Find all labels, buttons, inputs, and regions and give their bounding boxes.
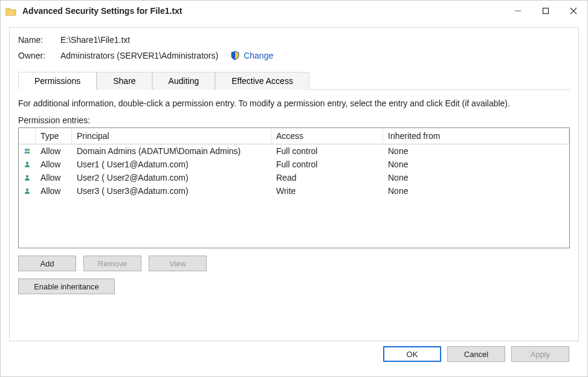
svg-point-7 bbox=[26, 175, 28, 178]
cell-access: Full control bbox=[271, 160, 383, 169]
content-area: Name: E:\Share1\File1.txt Owner: Adminis… bbox=[1, 21, 587, 376]
view-button[interactable]: View bbox=[149, 256, 207, 271]
name-row: Name: E:\Share1\File1.txt bbox=[18, 35, 570, 45]
entries-label: Permission entries: bbox=[18, 115, 570, 125]
svg-point-8 bbox=[26, 188, 28, 191]
permission-grid[interactable]: Type Principal Access Inherited from All… bbox=[18, 127, 570, 248]
titlebar: Advanced Security Settings for File1.txt bbox=[1, 1, 587, 21]
cell-type: Allow bbox=[36, 146, 72, 156]
add-button[interactable]: Add bbox=[18, 256, 76, 271]
svg-point-5 bbox=[27, 149, 30, 151]
cell-inherited: None bbox=[383, 146, 569, 156]
table-row[interactable]: AllowUser1 ( User1@Adatum.com)Full contr… bbox=[19, 158, 569, 171]
folder-icon bbox=[5, 7, 16, 16]
svg-rect-1 bbox=[543, 8, 549, 14]
name-value: E:\Share1\File1.txt bbox=[60, 35, 130, 45]
ok-button[interactable]: OK bbox=[383, 346, 441, 362]
cell-principal: User2 ( User2@Adatum.com) bbox=[72, 173, 271, 182]
window: Advanced Security Settings for File1.txt… bbox=[0, 0, 588, 377]
enable-inheritance-button[interactable]: Enable inheritance bbox=[18, 279, 115, 294]
close-button[interactable] bbox=[560, 1, 587, 21]
apply-button[interactable]: Apply bbox=[511, 346, 569, 362]
svg-point-4 bbox=[25, 149, 27, 151]
name-label: Name: bbox=[18, 35, 60, 45]
change-owner-link[interactable]: Change bbox=[230, 51, 273, 60]
grid-body: AllowDomain Admins (ADATUM\Domain Admins… bbox=[19, 144, 569, 198]
table-row[interactable]: AllowUser2 ( User2@Adatum.com)ReadNone bbox=[19, 171, 569, 184]
user-icon bbox=[19, 186, 36, 196]
col-access[interactable]: Access bbox=[271, 128, 383, 144]
cell-type: Allow bbox=[36, 173, 72, 182]
remove-button[interactable]: Remove bbox=[83, 256, 141, 271]
cell-inherited: None bbox=[383, 173, 569, 182]
col-icon[interactable] bbox=[19, 128, 36, 144]
owner-row: Owner: Administrators (SERVER1\Administr… bbox=[18, 51, 570, 60]
table-row[interactable]: AllowDomain Admins (ADATUM\Domain Admins… bbox=[19, 144, 569, 158]
shield-icon bbox=[230, 51, 240, 60]
cell-type: Allow bbox=[36, 186, 72, 196]
maximize-button[interactable] bbox=[532, 1, 560, 21]
cell-access: Read bbox=[271, 173, 383, 182]
cell-inherited: None bbox=[383, 186, 569, 196]
window-title: Advanced Security Settings for File1.txt bbox=[22, 6, 504, 16]
tab-permissions[interactable]: Permissions bbox=[18, 72, 97, 90]
cell-access: Write bbox=[271, 186, 383, 196]
owner-label: Owner: bbox=[18, 51, 60, 60]
tab-auditing[interactable]: Auditing bbox=[152, 72, 216, 90]
cell-principal: Domain Admins (ADATUM\Domain Admins) bbox=[72, 146, 271, 156]
tab-effective-access[interactable]: Effective Access bbox=[215, 72, 309, 90]
inheritance-buttons: Enable inheritance bbox=[18, 279, 570, 294]
main-panel: Name: E:\Share1\File1.txt Owner: Adminis… bbox=[9, 27, 579, 341]
change-link-text: Change bbox=[244, 51, 273, 60]
col-inherited[interactable]: Inherited from bbox=[383, 128, 569, 144]
dialog-footer: OK Cancel Apply bbox=[9, 341, 579, 369]
svg-point-6 bbox=[26, 162, 28, 164]
cell-inherited: None bbox=[383, 160, 569, 169]
cell-principal: User3 ( User3@Adatum.com) bbox=[72, 186, 271, 196]
minimize-button[interactable] bbox=[504, 1, 532, 21]
owner-value: Administrators (SERVER1\Administrators) bbox=[60, 51, 218, 60]
info-text: For additional information, double-click… bbox=[18, 98, 570, 108]
user-icon bbox=[19, 173, 36, 182]
entry-buttons: Add Remove View bbox=[18, 256, 570, 271]
group-icon bbox=[19, 146, 36, 156]
grid-header: Type Principal Access Inherited from bbox=[19, 128, 569, 144]
tab-strip: Permissions Share Auditing Effective Acc… bbox=[18, 71, 570, 90]
cell-principal: User1 ( User1@Adatum.com) bbox=[72, 160, 271, 169]
cancel-button[interactable]: Cancel bbox=[447, 346, 505, 362]
window-controls bbox=[504, 1, 587, 21]
col-principal[interactable]: Principal bbox=[72, 128, 271, 144]
table-row[interactable]: AllowUser3 ( User3@Adatum.com)WriteNone bbox=[19, 184, 569, 198]
cell-type: Allow bbox=[36, 160, 72, 169]
cell-access: Full control bbox=[271, 146, 383, 156]
col-type[interactable]: Type bbox=[36, 128, 72, 144]
tab-share[interactable]: Share bbox=[97, 72, 152, 90]
user-icon bbox=[19, 160, 36, 169]
